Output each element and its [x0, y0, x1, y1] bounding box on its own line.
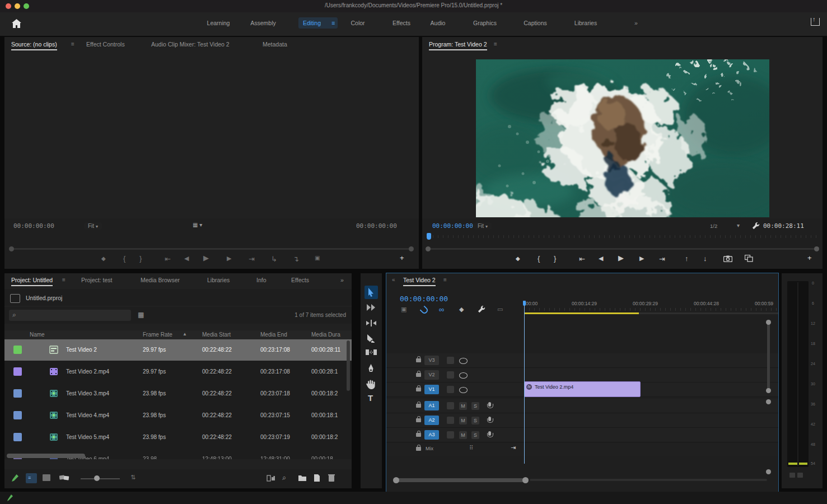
type-tool[interactable]: T: [368, 393, 373, 403]
program-mark-out-button[interactable]: }: [554, 254, 556, 263]
timeline-vscroll-handle-top[interactable]: [766, 320, 771, 325]
source-resolution-select[interactable]: ▦ ▾: [193, 222, 202, 228]
workspace-tab-graphics[interactable]: Graphics: [473, 20, 497, 26]
bin-path[interactable]: Untitled.prproj: [26, 295, 62, 301]
slip-tool[interactable]: [365, 348, 378, 356]
source-add-marker-button[interactable]: ◆: [101, 255, 106, 262]
a3-lock-icon[interactable]: [416, 433, 421, 437]
media-row[interactable]: Test Video 2.mp4 29.97 fps 00:22:48:22 0…: [4, 361, 352, 382]
source-zoom-handle-right[interactable]: [409, 246, 414, 251]
column-media-start[interactable]: Media Start: [202, 332, 231, 338]
project-tabs-overflow-icon[interactable]: »: [340, 277, 344, 283]
source-insert-button[interactable]: ↳: [271, 255, 277, 263]
a1-lock-icon[interactable]: [416, 404, 421, 408]
audio-track-a2-lane[interactable]: [386, 413, 778, 428]
program-add-marker-button[interactable]: ◆: [516, 255, 520, 262]
a2-lock-icon[interactable]: [416, 418, 421, 422]
automate-to-sequence-button[interactable]: [267, 474, 275, 482]
a1-target-button[interactable]: A1: [424, 401, 439, 410]
media-row[interactable]: Test Video 5.mp4 23.98 fps 00:22:48:22 0…: [4, 427, 352, 448]
tab-audio-clip-mixer[interactable]: Audio Clip Mixer: Test Video 2: [151, 41, 230, 48]
ripple-edit-tool[interactable]: [366, 319, 377, 328]
column-media-duration[interactable]: Media Dura: [311, 332, 340, 338]
workspace-tab-libraries[interactable]: Libraries: [574, 20, 597, 26]
source-button-editor[interactable]: +: [400, 254, 404, 262]
source-step-forward-button[interactable]: ▶: [227, 255, 231, 262]
program-playhead-marker[interactable]: [427, 233, 431, 240]
go-to-end-icon[interactable]: ⇥: [511, 444, 516, 451]
timeline-vscroll-handle-bottom[interactable]: [766, 388, 771, 393]
program-mark-in-button[interactable]: {: [538, 254, 540, 263]
a3-solo-button[interactable]: S: [471, 431, 479, 439]
tab-program[interactable]: Program: Test Video 2: [429, 41, 487, 50]
v2-target-button[interactable]: V2: [424, 370, 439, 380]
sort-ascending-icon[interactable]: ▲: [183, 332, 187, 337]
sort-icons-button[interactable]: ⇅: [130, 474, 136, 481]
source-play-button[interactable]: ▶: [203, 254, 209, 262]
program-go-to-out-button[interactable]: ⇥: [659, 255, 665, 263]
source-export-frame-button[interactable]: ▣: [315, 255, 320, 261]
program-extract-button[interactable]: ↓: [703, 254, 707, 263]
program-zoom-handle-right[interactable]: [814, 246, 819, 251]
audio-track-a3-lane[interactable]: [386, 428, 778, 442]
source-zoom-select[interactable]: Fit ▾: [84, 222, 102, 230]
hand-tool[interactable]: [366, 380, 376, 389]
tab-info[interactable]: Info: [256, 277, 267, 283]
source-go-to-in-button[interactable]: ⇤: [165, 255, 171, 263]
a3-target-button[interactable]: A3: [424, 430, 439, 440]
timeline-panel-menu-icon[interactable]: ≡: [443, 277, 447, 283]
program-step-back-button[interactable]: ◀: [599, 255, 603, 262]
program-lift-button[interactable]: ↑: [685, 254, 689, 263]
workspace-tab-captions[interactable]: Captions: [524, 20, 546, 26]
workspace-tab-audio[interactable]: Audio: [431, 20, 446, 26]
program-position-timecode[interactable]: 00:00:00:00: [432, 222, 473, 230]
tab-project-untitled[interactable]: Project: Untitled: [11, 277, 53, 286]
label-chip[interactable]: [13, 367, 22, 376]
v2-toggle-output-icon[interactable]: [459, 372, 468, 379]
source-mark-in-button[interactable]: {: [123, 254, 125, 263]
a1-mute-button[interactable]: M: [459, 402, 467, 410]
program-resolution-select[interactable]: 1/2: [710, 223, 717, 229]
snap-toggle[interactable]: [420, 306, 429, 315]
master-meter-icon[interactable]: ⠿: [469, 445, 473, 451]
tab-source[interactable]: Source: (no clips): [11, 41, 57, 50]
label-chip[interactable]: [13, 433, 22, 441]
video-track-v2-lane[interactable]: [386, 368, 778, 382]
timeline-clip[interactable]: fx Test Video 2.mp4: [524, 381, 641, 397]
project-writable-icon[interactable]: [11, 474, 19, 483]
program-button-editor[interactable]: +: [807, 254, 812, 262]
video-track-v3-lane[interactable]: [386, 353, 778, 368]
a3-sync-lock[interactable]: [447, 431, 454, 438]
tab-timeline-sequence[interactable]: Test Video 2: [403, 277, 436, 286]
captions-toggle[interactable]: ▭: [497, 306, 503, 313]
media-row[interactable]: Test Video 4.mp4 23.98 fps 00:22:48:22 0…: [4, 405, 352, 426]
media-row[interactable]: Test Video 3.mp4 23.98 fps 00:22:48:22 0…: [4, 383, 352, 404]
new-bin-button[interactable]: [298, 474, 307, 482]
program-resolution-dropdown-icon[interactable]: ▾: [737, 222, 740, 228]
project-list-vscrollbar[interactable]: [347, 340, 350, 391]
a1-solo-button[interactable]: S: [471, 402, 479, 410]
find-button[interactable]: ⌕: [282, 473, 286, 482]
timeline-vscroll-handle-audio[interactable]: [766, 399, 771, 404]
search-input[interactable]: ⌕: [9, 310, 131, 321]
add-marker-button[interactable]: ◆: [459, 306, 464, 313]
timeline-hscroll-track[interactable]: [530, 479, 767, 481]
home-icon[interactable]: [12, 19, 21, 28]
media-row-selected[interactable]: Test Video 2 29.97 fps 00:22:48:22 00:23…: [4, 339, 352, 361]
timeline-ruler[interactable]: 00:00 00:00:14:29 00:00:29:29 00:00:44:2…: [524, 299, 778, 311]
master-track-lane[interactable]: [386, 444, 778, 456]
program-panel-menu-icon[interactable]: ≡: [494, 41, 497, 47]
v1-lock-icon[interactable]: [416, 388, 421, 391]
column-frame-rate[interactable]: Frame Rate: [143, 332, 172, 338]
a3-voiceover-icon[interactable]: [488, 431, 491, 436]
source-position-timecode[interactable]: 00:00:00:00: [13, 222, 54, 230]
label-chip[interactable]: [13, 389, 22, 398]
program-zoom-select[interactable]: Fit ▾: [474, 222, 492, 230]
workspace-tab-learning[interactable]: Learning: [207, 20, 230, 26]
bin-icon[interactable]: [10, 294, 20, 303]
zoom-slider-handle[interactable]: [94, 475, 100, 481]
v3-sync-lock[interactable]: [447, 357, 454, 364]
timeline-vscroll-handle-end[interactable]: [766, 469, 771, 474]
v1-toggle-output-icon[interactable]: [459, 387, 468, 393]
timeline-hscroll-handle-right[interactable]: [522, 477, 529, 483]
